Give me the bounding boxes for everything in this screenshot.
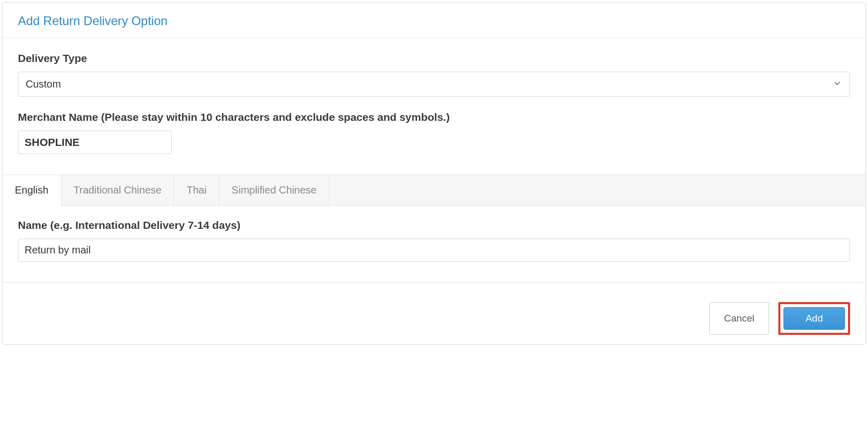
language-tabs: English Traditional Chinese Thai Simplif…: [3, 175, 865, 206]
tab-content: Name (e.g. International Delivery 7-14 d…: [3, 206, 865, 283]
tab-english[interactable]: English: [3, 175, 61, 205]
add-return-delivery-panel: Add Return Delivery Option Delivery Type…: [2, 2, 866, 345]
cancel-button[interactable]: Cancel: [709, 302, 769, 335]
delivery-type-label: Delivery Type: [18, 52, 850, 65]
merchant-name-label: Merchant Name (Please stay within 10 cha…: [18, 111, 850, 123]
add-button-highlight: Add: [778, 302, 850, 335]
add-button[interactable]: Add: [783, 307, 845, 330]
footer-actions: Cancel Add: [3, 293, 865, 344]
delivery-type-select-wrap: Custom: [18, 72, 850, 97]
merchant-name-input[interactable]: [18, 131, 172, 154]
tab-traditional-chinese[interactable]: Traditional Chinese: [61, 175, 175, 205]
panel-header: Add Return Delivery Option: [3, 3, 865, 38]
name-field-input[interactable]: [18, 239, 850, 262]
name-field-label: Name (e.g. International Delivery 7-14 d…: [18, 219, 850, 231]
form-section: Delivery Type Custom Merchant Name (Plea…: [3, 38, 865, 175]
panel-title: Add Return Delivery Option: [18, 14, 850, 28]
delivery-type-select[interactable]: Custom: [18, 72, 850, 97]
panel-footer: Cancel Add: [3, 293, 865, 344]
tab-simplified-chinese[interactable]: Simplified Chinese: [219, 175, 329, 205]
tab-thai[interactable]: Thai: [174, 175, 219, 205]
